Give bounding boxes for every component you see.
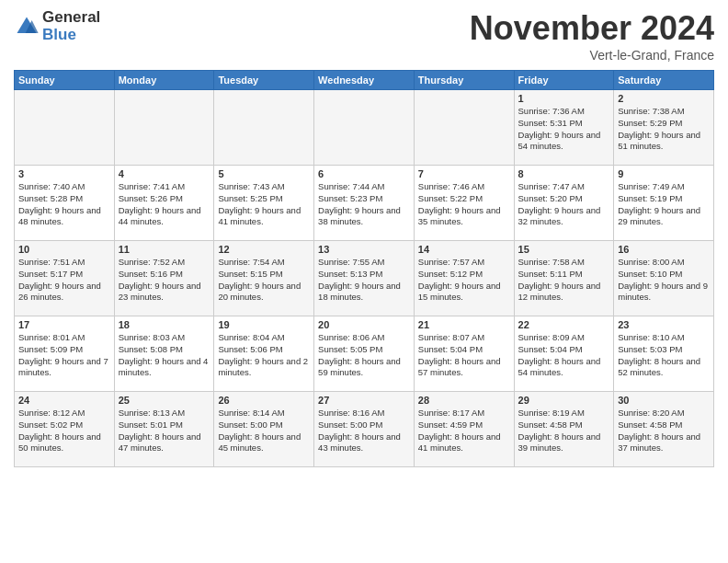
day-number: 15 bbox=[518, 244, 610, 255]
calendar-day-cell: 1Sunrise: 7:36 AMSunset: 5:31 PMDaylight… bbox=[514, 90, 614, 166]
day-info: Daylight: 8 hours and 41 minutes. bbox=[418, 431, 510, 455]
day-info: Sunset: 5:28 PM bbox=[18, 193, 110, 205]
logo-text: General Blue bbox=[42, 9, 100, 43]
month-title: November 2024 bbox=[470, 9, 714, 48]
day-info: Sunrise: 7:40 AM bbox=[18, 181, 110, 193]
day-number: 1 bbox=[518, 93, 610, 104]
weekday-header: Monday bbox=[114, 71, 214, 90]
day-info: Daylight: 8 hours and 57 minutes. bbox=[418, 356, 510, 380]
calendar-body: 1Sunrise: 7:36 AMSunset: 5:31 PMDaylight… bbox=[15, 90, 714, 467]
main-container: General Blue November 2024 Vert-le-Grand… bbox=[0, 0, 728, 472]
day-info: Sunrise: 7:36 AM bbox=[518, 106, 610, 118]
calendar-week-row: 17Sunrise: 8:01 AMSunset: 5:09 PMDayligh… bbox=[15, 316, 714, 392]
day-info: Sunset: 5:22 PM bbox=[418, 193, 510, 205]
calendar-day-cell: 9Sunrise: 7:49 AMSunset: 5:19 PMDaylight… bbox=[614, 166, 714, 241]
day-info: Daylight: 9 hours and 54 minutes. bbox=[518, 130, 610, 154]
day-number: 6 bbox=[318, 168, 410, 179]
day-number: 13 bbox=[318, 244, 410, 255]
calendar-day-cell: 16Sunrise: 8:00 AMSunset: 5:10 PMDayligh… bbox=[614, 241, 714, 316]
day-info: Sunrise: 7:57 AM bbox=[418, 257, 510, 269]
calendar-day-cell: 18Sunrise: 8:03 AMSunset: 5:08 PMDayligh… bbox=[114, 316, 214, 392]
calendar-day-cell: 24Sunrise: 8:12 AMSunset: 5:02 PMDayligh… bbox=[15, 392, 115, 467]
day-info: Sunrise: 8:06 AM bbox=[318, 332, 410, 344]
calendar-day-cell: 14Sunrise: 7:57 AMSunset: 5:12 PMDayligh… bbox=[414, 241, 514, 316]
day-info: Sunrise: 8:12 AM bbox=[18, 408, 110, 419]
day-info: Sunrise: 7:52 AM bbox=[119, 257, 210, 269]
day-info: Daylight: 9 hours and 26 minutes. bbox=[18, 281, 110, 304]
day-info: Sunrise: 8:17 AM bbox=[418, 408, 510, 419]
day-number: 2 bbox=[618, 93, 710, 104]
calendar-day-cell: 20Sunrise: 8:06 AMSunset: 5:05 PMDayligh… bbox=[314, 316, 415, 392]
day-info: Daylight: 8 hours and 39 minutes. bbox=[518, 431, 610, 455]
day-info: Sunrise: 7:47 AM bbox=[518, 181, 610, 193]
day-info: Daylight: 8 hours and 52 minutes. bbox=[618, 356, 710, 380]
day-info: Daylight: 8 hours and 50 minutes. bbox=[18, 431, 110, 455]
day-info: Daylight: 9 hours and 7 minutes. bbox=[18, 356, 110, 380]
day-number: 9 bbox=[618, 168, 710, 179]
day-info: Sunset: 5:23 PM bbox=[318, 193, 410, 205]
day-info: Sunrise: 7:38 AM bbox=[618, 106, 710, 118]
day-number: 25 bbox=[119, 395, 210, 406]
day-number: 21 bbox=[418, 319, 510, 330]
day-number: 30 bbox=[618, 395, 710, 406]
calendar-day-cell bbox=[414, 90, 514, 166]
day-number: 22 bbox=[518, 319, 610, 330]
day-info: Sunset: 5:00 PM bbox=[218, 419, 310, 431]
day-info: Sunrise: 7:58 AM bbox=[518, 257, 610, 269]
calendar-day-cell: 30Sunrise: 8:20 AMSunset: 4:58 PMDayligh… bbox=[614, 392, 714, 467]
day-info: Sunrise: 8:16 AM bbox=[318, 408, 410, 419]
day-info: Sunset: 5:17 PM bbox=[18, 269, 110, 281]
day-info: Sunrise: 7:54 AM bbox=[218, 257, 310, 269]
day-number: 4 bbox=[119, 168, 210, 179]
calendar-header: SundayMondayTuesdayWednesdayThursdayFrid… bbox=[15, 71, 714, 90]
day-info: Sunrise: 7:46 AM bbox=[418, 181, 510, 193]
calendar-day-cell: 2Sunrise: 7:38 AMSunset: 5:29 PMDaylight… bbox=[614, 90, 714, 166]
weekday-header: Thursday bbox=[414, 71, 514, 90]
day-info: Sunset: 5:09 PM bbox=[18, 344, 110, 356]
day-number: 23 bbox=[618, 319, 710, 330]
day-info: Sunrise: 8:01 AM bbox=[18, 332, 110, 344]
calendar-day-cell bbox=[214, 90, 314, 166]
day-info: Daylight: 8 hours and 54 minutes. bbox=[518, 356, 610, 380]
day-number: 10 bbox=[18, 244, 110, 255]
day-info: Daylight: 9 hours and 18 minutes. bbox=[318, 281, 410, 304]
day-number: 26 bbox=[218, 395, 310, 406]
day-number: 17 bbox=[18, 319, 110, 330]
day-info: Daylight: 9 hours and 2 minutes. bbox=[218, 356, 310, 380]
day-number: 12 bbox=[218, 244, 310, 255]
calendar-day-cell: 3Sunrise: 7:40 AMSunset: 5:28 PMDaylight… bbox=[15, 166, 115, 241]
calendar-day-cell: 25Sunrise: 8:13 AMSunset: 5:01 PMDayligh… bbox=[114, 392, 214, 467]
day-info: Sunset: 5:06 PM bbox=[218, 344, 310, 356]
calendar-day-cell: 5Sunrise: 7:43 AMSunset: 5:25 PMDaylight… bbox=[214, 166, 314, 241]
calendar-day-cell: 23Sunrise: 8:10 AMSunset: 5:03 PMDayligh… bbox=[614, 316, 714, 392]
day-info: Sunset: 5:20 PM bbox=[518, 193, 610, 205]
day-info: Sunrise: 8:00 AM bbox=[618, 257, 710, 269]
day-info: Daylight: 8 hours and 45 minutes. bbox=[218, 431, 310, 455]
logo-general: General bbox=[42, 9, 100, 27]
day-info: Sunset: 5:03 PM bbox=[618, 344, 710, 356]
day-info: Sunset: 5:29 PM bbox=[618, 118, 710, 130]
day-info: Daylight: 9 hours and 51 minutes. bbox=[618, 130, 710, 154]
day-info: Sunset: 5:05 PM bbox=[318, 344, 410, 356]
calendar-week-row: 3Sunrise: 7:40 AMSunset: 5:28 PMDaylight… bbox=[15, 166, 714, 241]
day-info: Daylight: 9 hours and 38 minutes. bbox=[318, 205, 410, 229]
title-section: November 2024 Vert-le-Grand, France bbox=[470, 9, 714, 63]
calendar-day-cell: 28Sunrise: 8:17 AMSunset: 4:59 PMDayligh… bbox=[414, 392, 514, 467]
day-info: Sunset: 5:13 PM bbox=[318, 269, 410, 281]
day-info: Daylight: 9 hours and 29 minutes. bbox=[618, 205, 710, 229]
day-info: Sunset: 5:00 PM bbox=[318, 419, 410, 431]
day-info: Sunrise: 7:49 AM bbox=[618, 181, 710, 193]
day-info: Sunset: 5:15 PM bbox=[218, 269, 310, 281]
calendar-day-cell: 22Sunrise: 8:09 AMSunset: 5:04 PMDayligh… bbox=[514, 316, 614, 392]
day-info: Daylight: 9 hours and 48 minutes. bbox=[18, 205, 110, 229]
calendar-week-row: 1Sunrise: 7:36 AMSunset: 5:31 PMDaylight… bbox=[15, 90, 714, 166]
header: General Blue November 2024 Vert-le-Grand… bbox=[14, 9, 714, 63]
day-info: Daylight: 9 hours and 35 minutes. bbox=[418, 205, 510, 229]
day-info: Sunrise: 7:55 AM bbox=[318, 257, 410, 269]
weekday-header: Sunday bbox=[15, 71, 115, 90]
weekday-header: Tuesday bbox=[214, 71, 314, 90]
day-number: 27 bbox=[318, 395, 410, 406]
calendar-day-cell: 17Sunrise: 8:01 AMSunset: 5:09 PMDayligh… bbox=[15, 316, 115, 392]
day-info: Daylight: 9 hours and 4 minutes. bbox=[119, 356, 210, 380]
day-info: Daylight: 9 hours and 32 minutes. bbox=[518, 205, 610, 229]
